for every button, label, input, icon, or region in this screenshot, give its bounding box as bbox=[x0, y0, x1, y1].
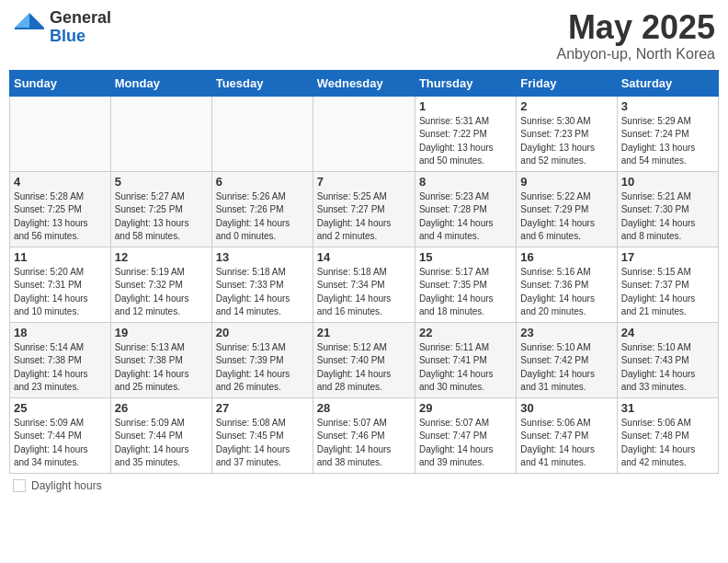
calendar-cell: 22Sunrise: 5:11 AM Sunset: 7:41 PM Dayli… bbox=[415, 322, 516, 397]
day-number: 25 bbox=[14, 401, 107, 415]
svg-marker-0 bbox=[29, 13, 44, 28]
weekday-header: Sunday bbox=[10, 70, 111, 96]
calendar-cell: 28Sunrise: 5:07 AM Sunset: 7:46 PM Dayli… bbox=[313, 397, 415, 473]
day-number: 12 bbox=[115, 250, 208, 264]
page-header: General Blue May 2025 Anbyon-up, North K… bbox=[9, 9, 719, 63]
day-number: 28 bbox=[317, 401, 411, 415]
day-number: 13 bbox=[216, 250, 309, 264]
day-info: Sunrise: 5:30 AM Sunset: 7:23 PM Dayligh… bbox=[520, 115, 612, 168]
day-number: 16 bbox=[520, 250, 612, 264]
weekday-header: Monday bbox=[110, 70, 211, 96]
day-info: Sunrise: 5:19 AM Sunset: 7:32 PM Dayligh… bbox=[115, 266, 208, 319]
day-number: 20 bbox=[216, 326, 309, 339]
day-number: 9 bbox=[520, 175, 612, 189]
calendar-week-row: 25Sunrise: 5:09 AM Sunset: 7:44 PM Dayli… bbox=[10, 397, 719, 473]
day-info: Sunrise: 5:20 AM Sunset: 7:31 PM Dayligh… bbox=[14, 266, 107, 319]
day-info: Sunrise: 5:27 AM Sunset: 7:25 PM Dayligh… bbox=[115, 190, 208, 244]
day-number: 3 bbox=[621, 99, 714, 113]
weekday-header: Saturday bbox=[617, 70, 718, 96]
day-info: Sunrise: 5:18 AM Sunset: 7:33 PM Dayligh… bbox=[216, 266, 309, 319]
legend: Daylight hours bbox=[9, 479, 719, 492]
day-info: Sunrise: 5:25 AM Sunset: 7:27 PM Dayligh… bbox=[317, 190, 411, 244]
day-info: Sunrise: 5:26 AM Sunset: 7:26 PM Dayligh… bbox=[216, 190, 309, 244]
calendar-cell: 15Sunrise: 5:17 AM Sunset: 7:35 PM Dayli… bbox=[415, 247, 516, 322]
calendar-table: SundayMondayTuesdayWednesdayThursdayFrid… bbox=[9, 70, 719, 474]
calendar-cell: 29Sunrise: 5:07 AM Sunset: 7:47 PM Dayli… bbox=[415, 397, 516, 473]
calendar-cell: 25Sunrise: 5:09 AM Sunset: 7:44 PM Dayli… bbox=[10, 397, 111, 473]
weekday-header: Thursday bbox=[415, 70, 516, 96]
logo-icon bbox=[13, 11, 46, 44]
calendar-cell: 21Sunrise: 5:12 AM Sunset: 7:40 PM Dayli… bbox=[313, 322, 415, 397]
calendar-cell bbox=[110, 96, 211, 171]
day-number: 2 bbox=[520, 99, 612, 113]
day-number: 18 bbox=[14, 326, 107, 339]
day-number: 7 bbox=[317, 175, 411, 189]
calendar-cell: 17Sunrise: 5:15 AM Sunset: 7:37 PM Dayli… bbox=[617, 247, 718, 322]
calendar-cell: 2Sunrise: 5:30 AM Sunset: 7:23 PM Daylig… bbox=[517, 96, 617, 171]
calendar-cell: 16Sunrise: 5:16 AM Sunset: 7:36 PM Dayli… bbox=[517, 247, 617, 322]
day-info: Sunrise: 5:13 AM Sunset: 7:39 PM Dayligh… bbox=[216, 341, 309, 395]
calendar-cell: 8Sunrise: 5:23 AM Sunset: 7:28 PM Daylig… bbox=[415, 171, 516, 247]
day-info: Sunrise: 5:15 AM Sunset: 7:37 PM Dayligh… bbox=[621, 266, 714, 319]
day-number: 27 bbox=[216, 401, 309, 415]
logo-text: General Blue bbox=[50, 9, 111, 46]
day-info: Sunrise: 5:11 AM Sunset: 7:41 PM Dayligh… bbox=[419, 341, 512, 395]
day-number: 30 bbox=[520, 401, 612, 415]
day-number: 11 bbox=[14, 250, 107, 264]
logo: General Blue bbox=[13, 9, 111, 46]
calendar-cell: 14Sunrise: 5:18 AM Sunset: 7:34 PM Dayli… bbox=[313, 247, 415, 322]
day-number: 4 bbox=[14, 175, 107, 189]
calendar-week-row: 1Sunrise: 5:31 AM Sunset: 7:22 PM Daylig… bbox=[10, 96, 719, 171]
day-info: Sunrise: 5:08 AM Sunset: 7:45 PM Dayligh… bbox=[216, 417, 309, 470]
calendar-cell: 19Sunrise: 5:13 AM Sunset: 7:38 PM Dayli… bbox=[110, 322, 211, 397]
day-number: 24 bbox=[621, 326, 714, 339]
legend-box bbox=[13, 479, 26, 492]
logo-general-text: General bbox=[50, 9, 111, 28]
day-number: 19 bbox=[115, 326, 208, 339]
calendar-week-row: 4Sunrise: 5:28 AM Sunset: 7:25 PM Daylig… bbox=[10, 171, 719, 247]
calendar-cell: 24Sunrise: 5:10 AM Sunset: 7:43 PM Dayli… bbox=[617, 322, 718, 397]
day-number: 14 bbox=[317, 250, 411, 264]
calendar-cell: 26Sunrise: 5:09 AM Sunset: 7:44 PM Dayli… bbox=[110, 397, 211, 473]
calendar-cell: 10Sunrise: 5:21 AM Sunset: 7:30 PM Dayli… bbox=[617, 171, 718, 247]
calendar-week-row: 18Sunrise: 5:14 AM Sunset: 7:38 PM Dayli… bbox=[10, 322, 719, 397]
day-number: 21 bbox=[317, 326, 411, 339]
day-info: Sunrise: 5:09 AM Sunset: 7:44 PM Dayligh… bbox=[115, 417, 208, 470]
calendar-cell: 30Sunrise: 5:06 AM Sunset: 7:47 PM Dayli… bbox=[517, 397, 617, 473]
calendar-cell: 13Sunrise: 5:18 AM Sunset: 7:33 PM Dayli… bbox=[211, 247, 313, 322]
weekday-header: Friday bbox=[517, 70, 617, 96]
svg-marker-1 bbox=[15, 13, 29, 28]
calendar-cell: 9Sunrise: 5:22 AM Sunset: 7:29 PM Daylig… bbox=[517, 171, 617, 247]
calendar-cell: 27Sunrise: 5:08 AM Sunset: 7:45 PM Dayli… bbox=[211, 397, 313, 473]
day-info: Sunrise: 5:22 AM Sunset: 7:29 PM Dayligh… bbox=[520, 190, 612, 244]
calendar-week-row: 11Sunrise: 5:20 AM Sunset: 7:31 PM Dayli… bbox=[10, 247, 719, 322]
calendar-cell: 12Sunrise: 5:19 AM Sunset: 7:32 PM Dayli… bbox=[110, 247, 211, 322]
day-number: 15 bbox=[419, 250, 512, 264]
day-number: 6 bbox=[216, 175, 309, 189]
day-number: 23 bbox=[520, 326, 612, 339]
calendar-cell: 4Sunrise: 5:28 AM Sunset: 7:25 PM Daylig… bbox=[10, 171, 111, 247]
day-number: 5 bbox=[115, 175, 208, 189]
svg-rect-2 bbox=[15, 28, 44, 29]
day-info: Sunrise: 5:18 AM Sunset: 7:34 PM Dayligh… bbox=[317, 266, 411, 319]
calendar-cell: 3Sunrise: 5:29 AM Sunset: 7:24 PM Daylig… bbox=[617, 96, 718, 171]
day-info: Sunrise: 5:21 AM Sunset: 7:30 PM Dayligh… bbox=[621, 190, 714, 244]
calendar-cell bbox=[10, 96, 111, 171]
calendar-cell: 20Sunrise: 5:13 AM Sunset: 7:39 PM Dayli… bbox=[211, 322, 313, 397]
day-info: Sunrise: 5:13 AM Sunset: 7:38 PM Dayligh… bbox=[115, 341, 208, 395]
month-title: May 2025 bbox=[556, 9, 715, 46]
day-number: 10 bbox=[621, 175, 714, 189]
calendar-cell: 11Sunrise: 5:20 AM Sunset: 7:31 PM Dayli… bbox=[10, 247, 111, 322]
calendar-cell: 31Sunrise: 5:06 AM Sunset: 7:48 PM Dayli… bbox=[617, 397, 718, 473]
calendar-cell: 1Sunrise: 5:31 AM Sunset: 7:22 PM Daylig… bbox=[415, 96, 516, 171]
logo-blue-text: Blue bbox=[50, 28, 111, 46]
day-info: Sunrise: 5:07 AM Sunset: 7:47 PM Dayligh… bbox=[419, 417, 512, 470]
calendar-cell: 23Sunrise: 5:10 AM Sunset: 7:42 PM Dayli… bbox=[517, 322, 617, 397]
day-info: Sunrise: 5:07 AM Sunset: 7:46 PM Dayligh… bbox=[317, 417, 411, 470]
location: Anbyon-up, North Korea bbox=[556, 46, 715, 63]
legend-label: Daylight hours bbox=[31, 479, 102, 492]
day-number: 8 bbox=[419, 175, 512, 189]
day-number: 26 bbox=[115, 401, 208, 415]
day-info: Sunrise: 5:06 AM Sunset: 7:47 PM Dayligh… bbox=[520, 417, 612, 470]
calendar-cell bbox=[211, 96, 313, 171]
